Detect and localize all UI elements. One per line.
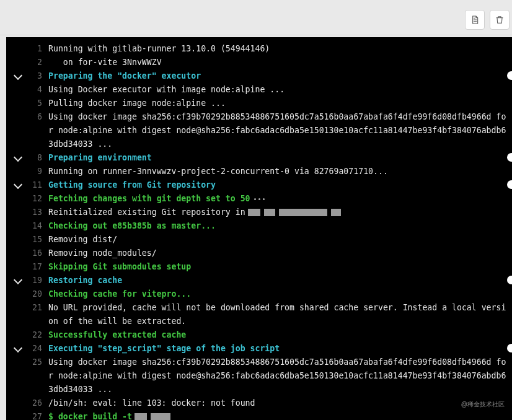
log-text: Preparing the "docker" executor (48, 69, 512, 83)
log-line: 14Checking out e85b385b as master... (6, 219, 512, 233)
log-section-header[interactable]: 3Preparing the "docker" executor (6, 69, 512, 83)
log-line: 9Running on runner-3nnvwwzv-project-2-co… (6, 165, 512, 178)
line-number: 21 (24, 301, 48, 315)
chevron-down-icon (14, 276, 22, 284)
log-line: 27$ docker build -t (6, 410, 512, 420)
log-text: Using docker image sha256:cf39b70292b885… (48, 110, 512, 151)
redacted-text (264, 209, 275, 216)
log-line: 16Removing node_modules/ (6, 247, 512, 260)
section-duration-badge (507, 153, 512, 162)
log-text: No URL provided, cache will not be downl… (48, 301, 512, 328)
collapse-toggle[interactable] (6, 151, 24, 165)
log-line: 13Reinitialized existing Git repository … (6, 206, 512, 219)
line-number: 26 (24, 396, 48, 410)
section-duration-badge (507, 71, 512, 80)
redacted-text (135, 413, 147, 420)
line-number: 24 (24, 342, 48, 356)
line-number: 11 (24, 178, 48, 192)
log-text: Executing "step_script" stage of the job… (48, 342, 512, 356)
redacted-text (151, 413, 170, 420)
log-line: 22Successfully extracted cache (6, 328, 512, 342)
log-text: Pulling docker image node:alpine ... (48, 97, 512, 110)
line-number: 5 (24, 97, 48, 110)
log-text: Reinitialized existing Git repository in (48, 206, 512, 219)
section-duration-badge (507, 344, 512, 352)
line-number: 13 (24, 206, 48, 219)
log-text: Removing node_modules/ (48, 247, 512, 260)
line-number: 9 (24, 165, 48, 178)
top-actions (465, 10, 510, 30)
top-bar (0, 0, 512, 35)
line-number: 6 (24, 110, 48, 124)
log-line: 4Using Docker executor with image node:a… (6, 83, 512, 97)
log-text: Checking out e85b385b as master... (48, 219, 512, 233)
chevron-down-icon (14, 180, 22, 189)
trash-icon (495, 15, 505, 25)
document-icon (470, 15, 480, 25)
line-number: 1 (24, 42, 48, 56)
line-number: 15 (24, 233, 48, 247)
log-text: on for-vite 3NnvWWZV (48, 56, 512, 69)
line-number: 4 (24, 83, 48, 97)
collapse-toggle[interactable] (6, 274, 24, 287)
line-number: 14 (24, 219, 48, 233)
line-number: 20 (24, 287, 48, 301)
log-text: Fetching changes with git depth set to 5… (48, 192, 512, 206)
log-text: $ docker build -t (48, 410, 512, 420)
log-text: Running with gitlab-runner 13.10.0 (5494… (48, 42, 512, 56)
ellipsis-icon (254, 198, 265, 200)
job-log[interactable]: 1Running with gitlab-runner 13.10.0 (549… (6, 37, 512, 420)
log-text: /bin/sh: eval: line 103: docker: not fou… (48, 396, 512, 410)
log-line: 25Using docker image sha256:cf39b70292b8… (6, 356, 512, 396)
line-number: 8 (24, 151, 48, 165)
log-section-header[interactable]: 19Restoring cache (6, 274, 512, 287)
log-text: Checking cache for vitepro... (48, 287, 512, 301)
log-line: 5Pulling docker image node:alpine ... (6, 97, 512, 110)
log-line: 17Skipping Git submodules setup (6, 260, 512, 274)
log-text: Using docker image sha256:cf39b70292b885… (48, 356, 512, 396)
redacted-text (331, 209, 341, 216)
chevron-down-icon (14, 153, 22, 162)
log-text: Skipping Git submodules setup (48, 260, 512, 274)
line-number: 27 (24, 410, 48, 420)
line-number: 25 (24, 356, 48, 369)
log-line: 26/bin/sh: eval: line 103: docker: not f… (6, 396, 512, 410)
log-section-header[interactable]: 8Preparing environment (6, 151, 512, 165)
collapse-toggle[interactable] (6, 69, 24, 83)
redacted-text (279, 209, 327, 216)
line-number: 3 (24, 69, 48, 83)
redacted-text (248, 209, 260, 216)
erase-log-button[interactable] (490, 10, 510, 30)
chevron-down-icon (14, 71, 22, 80)
section-duration-badge (507, 180, 512, 189)
log-text: Restoring cache (48, 274, 512, 287)
log-text: Using Docker executor with image node:al… (48, 83, 512, 97)
log-text: Removing dist/ (48, 233, 512, 247)
log-text: Preparing environment (48, 151, 512, 165)
line-number: 16 (24, 247, 48, 260)
log-line: 20Checking cache for vitepro... (6, 287, 512, 301)
raw-log-button[interactable] (465, 10, 485, 30)
log-line: 6Using docker image sha256:cf39b70292b88… (6, 110, 512, 151)
log-line: 21No URL provided, cache will not be dow… (6, 301, 512, 328)
section-duration-badge (507, 276, 512, 284)
line-number: 2 (24, 56, 48, 69)
line-number: 17 (24, 260, 48, 274)
collapse-toggle[interactable] (6, 342, 24, 356)
log-section-header[interactable]: 11Getting source from Git repository (6, 178, 512, 192)
log-section-header[interactable]: 24Executing "step_script" stage of the j… (6, 342, 512, 356)
log-line: 1Running with gitlab-runner 13.10.0 (549… (6, 42, 512, 56)
log-line: 2 on for-vite 3NnvWWZV (6, 56, 512, 69)
watermark: @稀金技术社区 (461, 398, 505, 411)
log-text: Successfully extracted cache (48, 328, 512, 342)
line-number: 19 (24, 274, 48, 287)
log-text: Getting source from Git repository (48, 178, 512, 192)
line-number: 22 (24, 328, 48, 342)
log-line: 15Removing dist/ (6, 233, 512, 247)
log-text: Running on runner-3nnvwwzv-project-2-con… (48, 165, 512, 178)
collapse-toggle[interactable] (6, 178, 24, 192)
chevron-down-icon (14, 344, 22, 352)
log-line: 12Fetching changes with git depth set to… (6, 192, 512, 206)
line-number: 12 (24, 192, 48, 206)
